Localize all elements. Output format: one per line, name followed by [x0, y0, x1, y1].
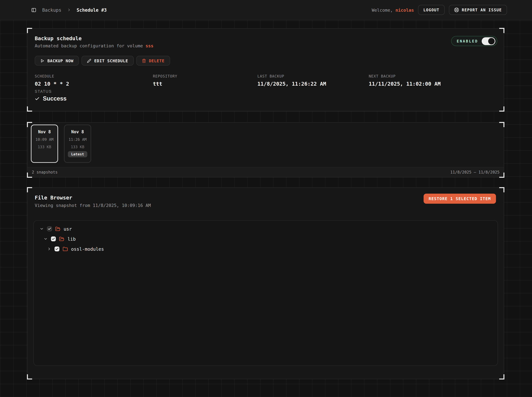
chevron-down-icon[interactable]	[44, 237, 48, 241]
snapshot-card-selected[interactable]: Nov 8 10:09 AM 133 KB	[31, 124, 58, 163]
tree-row-lib[interactable]: lib	[34, 234, 498, 244]
lifebuoy-icon	[454, 7, 459, 12]
report-issue-button[interactable]: REPORT AN ISSUE	[449, 5, 507, 15]
field-schedule: SCHEDULE 02 10 * * 2	[35, 74, 153, 87]
action-buttons: BACKUP NOW EDIT SCHEDULE DELETE	[35, 56, 170, 66]
check-icon	[35, 96, 40, 101]
breadcrumb-current: Schedule #3	[77, 7, 107, 12]
snapshots-footer: 2 snapshots 11/8/2025 – 11/8/2025	[28, 167, 504, 177]
snapshot-date-range: 11/8/2025 – 11/8/2025	[450, 170, 500, 174]
play-icon	[40, 59, 44, 63]
snapshot-card[interactable]: Nov 8 11:26 AM 133 KB Latest	[64, 124, 91, 163]
volume-name: sss	[146, 43, 153, 48]
pencil-icon	[87, 59, 91, 63]
restore-button[interactable]: RESTORE 1 SELECTED ITEM	[424, 194, 496, 204]
file-browser-panel: File Browser Viewing snapshot from 11/8/…	[27, 187, 504, 379]
breadcrumb-section[interactable]: Backups	[42, 7, 61, 12]
chevron-right-icon	[67, 8, 71, 12]
sidebar-toggle-icon[interactable]	[31, 7, 36, 12]
snapshots-panel: Nov 8 10:09 AM 133 KB Nov 8 11:26 AM 133…	[27, 122, 504, 177]
chevron-down-icon[interactable]	[40, 227, 44, 231]
folder-icon	[63, 246, 68, 252]
tree-item-name[interactable]: ossl-modules	[71, 246, 104, 252]
status-block: STATUS Success	[35, 90, 67, 102]
backup-schedule-panel: Backup schedule Automated backup configu…	[27, 28, 504, 111]
snapshot-cards: Nov 8 10:09 AM 133 KB Nov 8 11:26 AM 133…	[31, 124, 91, 163]
field-repository: REPOSITORY ttt	[153, 74, 257, 87]
backup-now-button[interactable]: BACKUP NOW	[35, 56, 79, 66]
trash-icon	[142, 59, 146, 63]
panel-title: Backup schedule	[35, 35, 497, 42]
status-label: STATUS	[35, 90, 67, 93]
enabled-label: ENABLED	[457, 39, 478, 43]
breadcrumb: Backups Schedule #3	[0, 7, 107, 12]
tree-item-name[interactable]: lib	[68, 236, 76, 242]
tree-row-ossl-modules[interactable]: ossl-modules	[34, 244, 498, 254]
checkbox-checked[interactable]	[55, 247, 59, 251]
folder-open-icon	[55, 226, 60, 231]
topbar: Backups Schedule #3 Welcome, nicolas LOG…	[0, 0, 532, 20]
file-tree: usr lib	[33, 220, 498, 366]
edit-schedule-button[interactable]: EDIT SCHEDULE	[82, 56, 134, 66]
latest-badge: Latest	[68, 151, 87, 157]
folder-open-icon	[59, 236, 64, 242]
checkbox-checked[interactable]	[51, 236, 56, 241]
toggle-knob	[488, 38, 495, 44]
status-value: Success	[43, 95, 67, 102]
file-browser-title: File Browser	[35, 195, 72, 201]
enabled-toggle[interactable]: ENABLED	[451, 36, 497, 46]
chevron-right-icon[interactable]	[47, 247, 51, 251]
field-last-backup: LAST BACKUP 11/8/2025, 11:26:22 AM	[257, 74, 369, 87]
snapshot-count: 2 snapshots	[32, 170, 58, 174]
field-next-backup: NEXT BACKUP 11/11/2025, 11:02:00 AM	[369, 74, 497, 87]
tree-row-usr[interactable]: usr	[34, 224, 498, 234]
file-browser-subtitle: Viewing snapshot from 11/8/2025, 10:09:1…	[35, 203, 151, 208]
delete-button[interactable]: DELETE	[136, 56, 170, 66]
checkbox-checked[interactable]	[47, 226, 52, 231]
tree-item-name[interactable]: usr	[64, 226, 72, 231]
app-root: Backups Schedule #3 Welcome, nicolas LOG…	[0, 0, 532, 397]
logout-button[interactable]: LOGOUT	[418, 5, 445, 15]
welcome-text: Welcome, nicolas	[372, 7, 414, 12]
username: nicolas	[395, 7, 414, 12]
toggle-switch[interactable]	[482, 37, 495, 45]
topbar-right: Welcome, nicolas LOGOUT REPORT AN ISSUE	[372, 5, 532, 15]
panel-subtitle: Automated backup configuration for volum…	[35, 43, 497, 48]
schedule-fields: SCHEDULE 02 10 * * 2 REPOSITORY ttt LAST…	[35, 74, 497, 87]
